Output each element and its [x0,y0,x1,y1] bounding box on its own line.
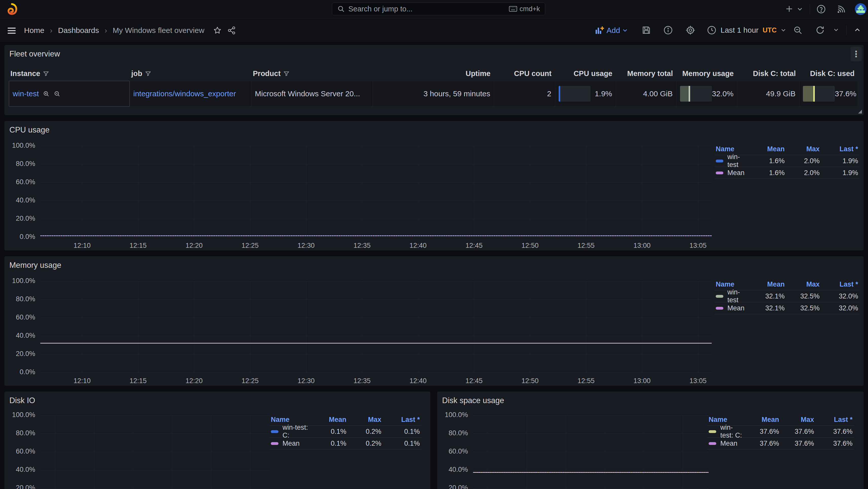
col-header-job[interactable]: job [130,69,251,79]
memory-total-cell: 4.00 GiB [616,81,677,107]
memory-usage-chart[interactable]: 100.0%80.0%60.0%40.0%20.0%0.0%12:1012:15… [40,281,712,372]
keyboard-icon [509,6,517,12]
add-new-icon[interactable] [785,5,794,13]
time-caret-icon [781,28,786,32]
breadcrumb-dashboards[interactable]: Dashboards [58,26,99,35]
time-range-picker[interactable]: Last 1 hour UTC [707,25,786,35]
timezone-label: UTC [763,26,777,34]
user-avatar[interactable] [855,3,866,15]
disk-io-panel: Disk IO 100.0%80.0%60.0%40.0%20.0%0.0% N… [5,392,430,489]
memory-legend: Name Mean Max Last * win-test 32.1% 32.5… [714,278,860,314]
fleet-table-header: Instance job Product Uptime CPU count CP… [9,67,858,79]
fleet-overview-panel: Fleet overview ⋮ Instance job Product Up… [5,45,863,115]
col-header-disk-total[interactable]: Disk C: total [737,69,799,79]
cpu-usage-chart[interactable]: 100.0%80.0%60.0%40.0%20.0%0.0%12:1012:15… [40,146,712,237]
refresh-icon[interactable] [815,25,825,35]
series-swatch [271,442,278,445]
search-placeholder: Search or jump to... [348,5,505,13]
panel-title[interactable]: Memory usage [9,261,61,270]
disk-used-cell: 37.6% [799,81,858,107]
series-swatch [709,430,716,433]
col-header-memory-total[interactable]: Memory total [616,69,677,79]
memory-usage-gauge [680,86,712,101]
cpu-count-cell: 2 [494,81,555,107]
disk-io-chart[interactable]: 100.0%80.0%60.0%40.0%20.0%0.0% [40,415,270,489]
grafana-logo[interactable] [6,3,18,16]
col-header-memory-usage[interactable]: Memory usage [677,69,737,79]
series-swatch [709,442,716,445]
cpu-legend: Name Mean Max Last * win-test 1.6% 2.0% … [714,143,860,179]
panel-title[interactable]: Disk space usage [442,396,504,405]
save-dashboard-icon[interactable] [642,25,651,35]
dashboard-settings-icon[interactable] [686,25,695,35]
refresh-interval-caret-icon[interactable] [834,28,839,32]
disk-used-gauge [803,86,835,101]
legend-row[interactable]: Mean 32.1% 32.5% 32.0% [714,302,860,314]
job-link: integrations/windows_exporter [133,89,236,98]
uptime-cell: 3 hours, 59 minutes [373,81,494,107]
panel-title[interactable]: CPU usage [9,125,50,134]
series-swatch [716,160,723,162]
filter-icon [145,70,151,77]
panel-title[interactable]: Disk IO [9,396,35,405]
disk-space-usage-panel: Disk space usage 100.0%80.0%60.0%40.0%20… [437,392,863,489]
breadcrumb-separator: › [50,26,53,35]
news-rss-icon[interactable] [837,5,846,14]
instance-link[interactable]: win-test [13,89,39,98]
job-cell[interactable]: integrations/windows_exporter [130,81,251,107]
zoom-out-time-icon[interactable] [793,25,803,35]
menu-toggle-button[interactable] [8,26,16,35]
panel-title[interactable]: Fleet overview [9,50,60,59]
col-header-uptime[interactable]: Uptime [373,69,494,79]
help-icon[interactable] [816,4,826,14]
collapse-topbar-icon[interactable] [854,28,860,32]
zoom-in-icon[interactable] [43,90,50,97]
fleet-table-row: win-test integrations/windows_exporter M… [9,81,858,107]
add-chart-icon [595,26,604,35]
legend-row[interactable]: win-test 1.6% 2.0% 1.9% [714,155,860,167]
breadcrumb-home[interactable]: Home [24,26,44,35]
share-icon[interactable] [227,26,236,35]
panel-menu-icon[interactable]: ⋮ [850,47,862,61]
clock-icon [707,25,716,35]
col-header-cpu-count[interactable]: CPU count [494,69,555,79]
col-header-product[interactable]: Product [251,69,373,79]
panel-resize-handle[interactable] [858,110,862,114]
series-swatch [271,430,278,433]
series-swatch [716,307,723,310]
disk-space-legend: Name Mean Max Last * win-test: C: 37.6% … [707,414,854,450]
search-input[interactable]: Search or jump to... cmd+k [332,3,545,15]
favorite-star-icon[interactable] [213,26,222,35]
breadcrumb-current-page: My Windows fleet overview [113,26,205,35]
disk-io-legend: Name Mean Max Last * win-test: C: 0.1% 0… [269,414,421,450]
legend-row[interactable]: Mean 37.6% 37.6% 37.6% [707,437,854,450]
zoom-out-icon[interactable] [54,90,61,97]
disk-space-usage-chart[interactable]: 100.0%80.0%60.0%40.0%20.0%0.0% [473,415,709,489]
col-header-disk-used[interactable]: Disk C: used [799,69,858,79]
cpu-usage-panel: CPU usage 100.0%80.0%60.0%40.0%20.0%0.0%… [5,121,863,250]
time-range-label: Last 1 hour [720,26,758,34]
memory-usage-panel: Memory usage 100.0%80.0%60.0%40.0%20.0%0… [5,256,863,386]
legend-row[interactable]: win-test 32.1% 32.5% 32.0% [714,291,860,302]
legend-row[interactable]: Mean 1.6% 2.0% 1.9% [714,167,860,179]
series-swatch [716,295,723,298]
add-new-caret-icon[interactable] [797,7,803,11]
search-shortcut: cmd+k [509,5,540,13]
legend-row[interactable]: Mean 0.1% 0.2% 0.1% [269,437,421,450]
filter-icon [43,70,49,77]
dashboard-insights-icon[interactable] [663,25,673,35]
col-header-cpu-usage[interactable]: CPU usage [555,69,616,79]
filter-icon [283,70,289,77]
add-caret-icon [622,29,627,32]
disk-total-cell: 49.9 GiB [737,81,799,107]
instance-cell[interactable]: win-test [9,81,130,107]
legend-row[interactable]: win-test: C: 0.1% 0.2% 0.1% [269,426,421,437]
legend-row[interactable]: win-test: C: 37.6% 37.6% 37.6% [707,426,854,437]
cpu-usage-cell: 1.9% [555,81,616,107]
product-cell: Microsoft Windows Server 20... [251,81,373,107]
breadcrumb-separator: › [105,26,107,35]
top-navigation-bar: Search or jump to... cmd+k [0,0,868,19]
add-panel-button[interactable]: Add [595,26,627,35]
col-header-instance[interactable]: Instance [9,69,130,79]
toolbar-divider [846,25,846,35]
